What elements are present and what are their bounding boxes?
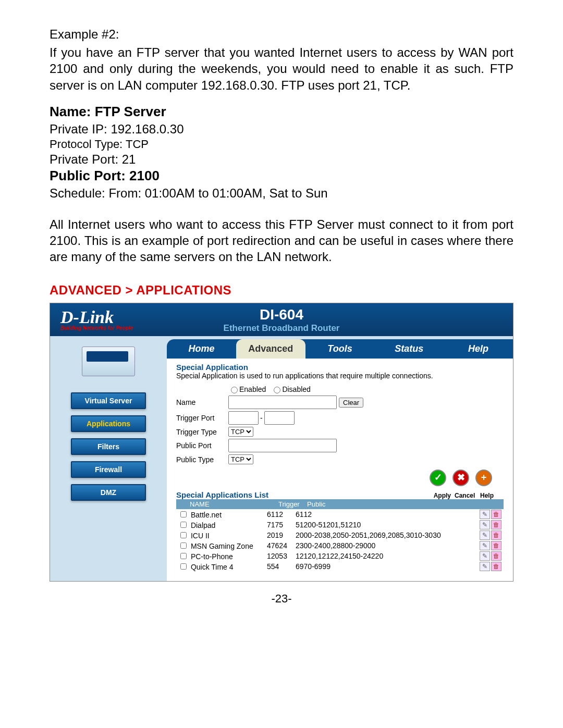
- row-checkbox[interactable]: [180, 532, 187, 538]
- model-name: DI-604: [224, 306, 340, 323]
- trigger-port-to-input[interactable]: [264, 411, 295, 425]
- row-trigger: 6112: [267, 510, 296, 519]
- example-paragraph: If you have an FTP server that you wante…: [50, 44, 513, 93]
- tab-advanced[interactable]: Advanced: [236, 339, 305, 359]
- list-row: MSN Gaming Zone476242300-2400,28800-2900…: [176, 540, 504, 551]
- router-ui-screenshot: D-Link Building Networks for People DI-6…: [50, 303, 513, 582]
- clear-button[interactable]: Clear: [339, 398, 363, 408]
- panel-title: Special Application: [176, 363, 504, 372]
- edit-icon[interactable]: ✎: [480, 541, 490, 550]
- trigger-port-from-input[interactable]: [228, 411, 259, 425]
- help-label: Help: [478, 492, 496, 499]
- row-trigger: 2019: [267, 531, 296, 539]
- delete-icon[interactable]: 🗑: [491, 541, 501, 550]
- sidebar-item-dmz[interactable]: DMZ: [71, 484, 146, 501]
- delete-icon[interactable]: 🗑: [491, 520, 501, 529]
- col-public-header: Public: [307, 500, 474, 508]
- row-name: ICU II: [191, 532, 210, 540]
- row-name: MSN Gaming Zone: [191, 542, 253, 550]
- brand-tagline: Building Networks for People: [60, 325, 133, 331]
- enabled-radio[interactable]: [231, 387, 238, 393]
- row-checkbox[interactable]: [180, 563, 187, 570]
- list-row: Battle.net61126112✎🗑: [176, 509, 504, 520]
- panel-description: Special Application is used to run appli…: [176, 372, 504, 380]
- protocol-type-line: Protocol Type: TCP: [50, 138, 513, 151]
- model-desc: Ethernet Broadband Router: [224, 323, 340, 334]
- help-icon[interactable]: +: [475, 470, 492, 486]
- apply-label: Apply: [432, 492, 452, 499]
- public-port-label: Public Port: [176, 441, 228, 450]
- brand-logo: D-Link: [60, 307, 114, 327]
- public-port-input[interactable]: [228, 439, 337, 452]
- row-checkbox[interactable]: [180, 542, 187, 549]
- page-number: -23-: [50, 592, 513, 606]
- row-public: 2000-2038,2050-2051,2069,2085,3010-3030: [296, 531, 474, 539]
- delete-icon[interactable]: 🗑: [491, 562, 501, 571]
- edit-icon[interactable]: ✎: [480, 530, 490, 540]
- public-type-label: Public Type: [176, 455, 228, 464]
- name-line: Name: FTP Server: [50, 104, 513, 120]
- row-name: Dialpad: [191, 521, 215, 529]
- edit-icon[interactable]: ✎: [480, 520, 490, 529]
- list-row: Quick Time 45546970-6999✎🗑: [176, 561, 504, 572]
- trigger-type-label: Trigger Type: [176, 428, 228, 436]
- ui-header: D-Link Building Networks for People DI-6…: [50, 303, 513, 336]
- row-trigger: 47624: [267, 541, 296, 550]
- sidebar: Virtual Server Applications Filters Fire…: [50, 336, 167, 581]
- note-paragraph: All Internet users who want to access th…: [50, 216, 513, 265]
- tab-bar: Home Advanced Tools Status Help: [167, 339, 513, 359]
- row-name: PC-to-Phone: [191, 552, 233, 561]
- public-type-select[interactable]: TCP: [228, 454, 253, 464]
- dash-separator: -: [260, 414, 263, 422]
- row-public: 51200-51201,51210: [296, 521, 474, 529]
- tab-tools[interactable]: Tools: [305, 339, 375, 359]
- enabled-label: Enabled: [239, 385, 266, 393]
- apply-icon[interactable]: ✓: [430, 470, 446, 486]
- private-ip-line: Private IP: 192.168.0.30: [50, 122, 513, 137]
- row-checkbox[interactable]: [180, 522, 187, 528]
- row-trigger: 7175: [267, 521, 296, 529]
- cancel-label: Cancel: [454, 492, 476, 499]
- row-public: 12120,12122,24150-24220: [296, 552, 474, 560]
- edit-icon[interactable]: ✎: [480, 562, 490, 571]
- delete-icon[interactable]: 🗑: [491, 530, 501, 540]
- sidebar-item-applications[interactable]: Applications: [71, 415, 146, 432]
- name-input[interactable]: [228, 396, 337, 409]
- row-trigger: 554: [267, 562, 296, 571]
- sidebar-item-virtual-server[interactable]: Virtual Server: [71, 392, 146, 409]
- sidebar-item-firewall[interactable]: Firewall: [71, 461, 146, 478]
- disabled-label: Disabled: [282, 385, 310, 393]
- public-port-line: Public Port: 2100: [50, 168, 513, 184]
- sidebar-item-filters[interactable]: Filters: [71, 438, 146, 455]
- tab-home[interactable]: Home: [167, 339, 236, 359]
- delete-icon[interactable]: 🗑: [491, 510, 501, 519]
- row-public: 2300-2400,28800-29000: [296, 541, 474, 550]
- list-header: NAME Trigger Public: [176, 499, 504, 509]
- name-field-label: Name: [176, 398, 228, 406]
- row-public: 6970-6999: [296, 562, 474, 571]
- private-port-line: Private Port: 21: [50, 152, 513, 167]
- row-checkbox[interactable]: [180, 553, 187, 559]
- schedule-line: Schedule: From: 01:00AM to 01:00AM, Sat …: [50, 186, 513, 201]
- delete-icon[interactable]: 🗑: [491, 551, 501, 561]
- list-row: PC-to-Phone1205312120,12122,24150-24220✎…: [176, 551, 504, 561]
- tab-status[interactable]: Status: [374, 339, 444, 359]
- cancel-icon[interactable]: ✖: [452, 470, 469, 486]
- device-image: [82, 347, 135, 376]
- edit-icon[interactable]: ✎: [480, 510, 490, 519]
- section-header: ADVANCED > APPLICATIONS: [50, 283, 513, 298]
- col-trigger-header: Trigger: [278, 500, 307, 508]
- list-row: ICU II20192000-2038,2050-2051,2069,2085,…: [176, 530, 504, 540]
- row-public: 6112: [296, 510, 474, 519]
- col-name-header: NAME: [178, 500, 278, 508]
- main-panel: Home Advanced Tools Status Help Special …: [167, 339, 513, 581]
- disabled-radio[interactable]: [274, 387, 280, 393]
- row-checkbox[interactable]: [180, 511, 187, 517]
- example-label: Example #2:: [50, 26, 513, 42]
- edit-icon[interactable]: ✎: [480, 551, 490, 561]
- list-row: Dialpad717551200-51201,51210✎🗑: [176, 520, 504, 530]
- list-title: Special Applications List: [176, 490, 432, 499]
- tab-help[interactable]: Help: [444, 339, 513, 359]
- row-name: Quick Time 4: [191, 563, 234, 571]
- trigger-type-select[interactable]: TCP: [228, 427, 253, 437]
